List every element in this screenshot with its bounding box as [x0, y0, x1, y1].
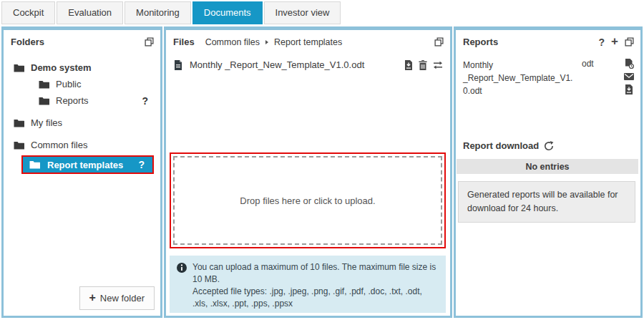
report-download-header: Report download	[463, 140, 633, 151]
reports-panel-title: Reports	[463, 37, 498, 47]
help-icon[interactable]: ?	[599, 37, 605, 47]
folders-panel-header: Folders	[4, 30, 160, 50]
download-note-text: Generated reports will be available for …	[467, 190, 618, 213]
upload-dropzone-highlight: Drop files here or click to upload.	[170, 152, 446, 248]
report-entry-row[interactable]: Monthly _Report_New_Template_V1.0.odt od…	[463, 59, 634, 97]
folders-panel-title: Folders	[11, 37, 44, 47]
download-file-icon[interactable]	[404, 60, 413, 70]
folder-icon	[39, 97, 49, 105]
add-report-icon[interactable]: +	[611, 35, 618, 47]
folder-icon	[14, 141, 24, 150]
folder-item-common-files[interactable]: Common files	[4, 137, 160, 153]
breadcrumb-arrow-icon	[265, 40, 268, 44]
folder-icon	[14, 64, 24, 72]
move-swap-icon[interactable]	[433, 61, 443, 69]
folders-panel: Folders Demo system Public	[1, 26, 162, 318]
folder-item-my-files[interactable]: My files	[4, 115, 160, 131]
dropzone-label: Drop files here or click to upload.	[240, 195, 375, 206]
files-panel: Files Common files Report templates	[164, 26, 452, 318]
folder-icon	[14, 119, 24, 127]
upload-dropzone[interactable]: Drop files here or click to upload.	[173, 156, 442, 245]
plus-icon: +	[89, 294, 96, 303]
document-icon	[174, 60, 182, 70]
breadcrumb-report-templates[interactable]: Report templates	[274, 37, 342, 47]
breadcrumb-common-files[interactable]: Common files	[205, 37, 260, 47]
report-download-title: Report download	[463, 140, 539, 151]
tab-documents[interactable]: Documents	[192, 1, 263, 24]
new-folder-button-label: New folder	[100, 293, 145, 304]
refresh-icon[interactable]	[544, 141, 554, 151]
upload-info-line2: Accepted file types: .jpg, .jpeg, .png, …	[192, 286, 422, 309]
email-envelope-icon[interactable]	[624, 73, 634, 80]
tab-cockpit[interactable]: Cockpit	[1, 1, 55, 24]
tab-evaluation[interactable]: Evaluation	[57, 1, 123, 24]
download-availability-note: Generated reports will be available for …	[458, 181, 635, 223]
detach-window-icon[interactable]	[625, 37, 634, 47]
info-icon	[177, 263, 187, 307]
folder-item-report-templates-selected[interactable]: Report templates ?	[21, 155, 154, 174]
tab-investor-view[interactable]: Investor view	[264, 1, 341, 24]
folder-item-report-templates-wrap: Report templates ?	[4, 153, 160, 174]
delete-trash-icon[interactable]	[419, 60, 427, 70]
report-entry-actions	[624, 59, 634, 94]
no-entries-label: No entries	[525, 162, 569, 172]
reports-panel-header: Reports ? +	[456, 30, 640, 50]
download-report-icon[interactable]	[625, 84, 633, 94]
scheduled-report-icon[interactable]	[625, 59, 634, 69]
upload-info-line1: You can upload a maximum of 10 files. Th…	[192, 262, 436, 284]
detach-window-icon[interactable]	[434, 37, 444, 47]
report-entry-name: Monthly _Report_New_Template_V1.0.odt	[463, 59, 576, 97]
folder-item-public[interactable]: Public	[4, 76, 160, 92]
folder-icon	[29, 160, 40, 169]
no-entries-bar: No entries	[457, 159, 638, 174]
reports-panel: Reports ? + Monthly _Report_New_Template…	[454, 26, 643, 318]
detach-window-icon[interactable]	[145, 37, 154, 47]
upload-info-text: You can upload a maximum of 10 files. Th…	[192, 261, 439, 307]
tab-monitoring[interactable]: Monitoring	[125, 1, 191, 24]
folder-icon	[39, 80, 49, 89]
file-row[interactable]: Monthly _Report_New_Template_V1.0.odt	[174, 59, 443, 70]
main-tabbar: Cockpit Evaluation Monitoring Documents …	[1, 1, 342, 24]
file-actions	[404, 60, 443, 70]
files-panel-header: Files Common files Report templates	[166, 30, 450, 50]
folder-tree: Demo system Public Reports ? My files	[4, 59, 160, 174]
tree-spacer	[4, 109, 160, 115]
upload-info-box: You can upload a maximum of 10 files. Th…	[170, 256, 446, 313]
tree-spacer	[4, 131, 160, 137]
permission-question-badge: ?	[138, 159, 145, 170]
report-entry-type: odt	[582, 59, 594, 69]
files-panel-title: Files	[173, 37, 195, 47]
folder-item-demo-system[interactable]: Demo system	[4, 59, 160, 76]
file-name: Monthly _Report_New_Template_V1.0.odt	[190, 59, 364, 70]
permission-question-badge: ?	[142, 95, 148, 107]
folder-item-reports[interactable]: Reports ?	[4, 92, 160, 109]
new-folder-button[interactable]: + New folder	[79, 286, 155, 310]
breadcrumb: Common files Report templates	[205, 37, 343, 47]
